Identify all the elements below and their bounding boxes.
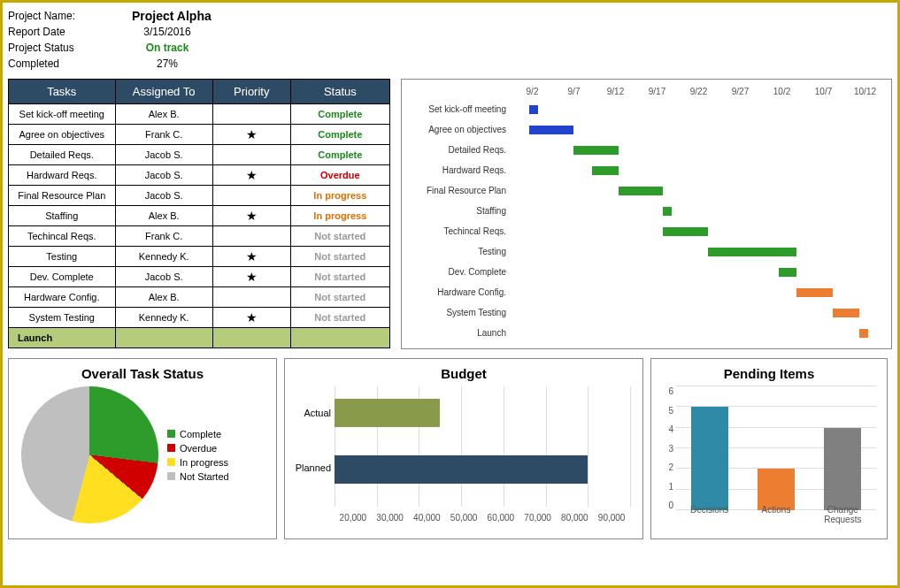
gantt-track [512,124,886,136]
task-cell: Detailed Reqs. [9,145,116,165]
gantt-x-axis: 9/29/79/129/179/229/2710/210/710/12 [512,83,886,99]
budget-plot-area: Actual Planned 20,00030,00040,00050,0006… [335,386,630,519]
pending-ytick: 0 [660,500,673,510]
pending-y-axis: 6543210 [660,386,673,510]
budget-tick: 20,000 [335,513,372,523]
completed-label: Completed [8,57,132,70]
launch-row: Launch [9,328,390,348]
gantt-tick: 9/22 [678,87,719,96]
task-cell: Hardware Config. [9,287,116,308]
gantt-track [512,286,886,299]
gantt-task-label: Set kick-off meeting [407,104,512,114]
gantt-task-label: Testing [407,247,512,256]
status-cell: Not started [290,287,389,308]
project-status: On track [132,42,203,54]
assigned-cell: Alex B. [115,206,212,226]
report-date: 3/15/2016 [132,26,203,38]
gantt-body: Set kick-off meetingAgree on objectivesD… [407,99,886,343]
task-cell: Final Resource Plan [9,186,116,206]
gantt-row: Testing [407,241,886,262]
pending-ytick: 4 [660,424,673,434]
priority-cell [212,186,290,206]
priority-cell [212,287,290,308]
tasks-table: Tasks Assigned To Priority Status Set ki… [8,79,390,348]
pending-xtick: Actions [742,505,809,524]
budget-tick: 90,000 [593,513,630,523]
pending-ytick: 5 [660,406,673,416]
gantt-row: Set kick-off meeting [407,99,886,119]
task-cell: Staffing [9,206,116,226]
legend-swatch [167,472,175,480]
legend-swatch [167,458,175,466]
pending-items-chart: Pending Items 6543210 DecisionsActionsCh… [650,358,888,539]
assigned-cell: Jacob S. [115,267,212,287]
gantt-row: Staffing [407,201,886,221]
gantt-tick: 9/17 [636,87,678,96]
table-row: Dev. CompleteJacob S.★Not started [9,267,390,287]
assigned-cell: Kennedy K. [115,308,212,328]
status-cell: Not started [290,226,389,247]
assigned-cell: Frank C. [115,125,212,145]
gantt-bar [619,187,663,195]
gantt-row: System Testing [407,302,886,323]
legend-swatch [167,430,175,438]
report-date-label: Report Date [8,26,132,38]
pie-title: Overall Task Status [12,366,273,381]
priority-cell: ★ [212,247,290,267]
gantt-bar [592,166,619,175]
gantt-task-label: Hardward Reqs. [407,165,512,175]
priority-cell: ★ [212,308,290,328]
legend-label: Not Started [180,471,229,482]
gantt-task-label: Agree on objectives [407,125,512,134]
gantt-track [512,266,886,279]
gantt-row: Detailed Reqs. [407,140,886,160]
pending-ytick: 3 [660,444,673,454]
gantt-tick: 9/12 [595,87,636,96]
gantt-track [512,307,886,319]
task-cell: Dev. Complete [9,267,116,287]
assigned-cell: Jacob S. [115,145,212,165]
table-row: System TestingKennedy K.★Not started [9,308,390,328]
status-cell: Overdue [290,165,389,186]
legend-item: Not Started [167,471,229,482]
budget-bar-planned [335,455,588,484]
priority-cell [212,104,290,125]
assigned-cell: Frank C. [115,226,212,247]
pie-legend: CompleteOverdueIn progressNot Started [167,425,229,485]
task-cell: System Testing [9,308,116,328]
col-priority: Priority [212,80,290,104]
priority-cell [212,226,290,247]
budget-tick: 40,000 [409,513,446,523]
pending-ytick: 1 [660,482,673,492]
pending-xtick: Decisions [676,505,742,524]
gantt-track [512,246,886,258]
priority-cell: ★ [212,267,290,287]
gantt-task-label: Final Resource Plan [407,186,512,195]
gantt-task-label: Staffing [407,206,512,216]
gantt-bar [859,329,868,338]
legend-label: In progress [180,457,228,468]
status-cell: Complete [290,104,389,125]
status-cell: Complete [290,145,389,165]
gantt-row: Hardward Reqs. [407,160,886,180]
gantt-track [512,103,886,116]
gantt-bar [529,126,573,134]
gantt-bar [708,248,797,256]
gantt-bar [796,288,832,297]
gantt-row: Agree on objectives [407,119,886,140]
budget-bar-actual [335,399,440,427]
gantt-tick: 9/27 [719,87,761,96]
table-row: TestingKennedy K.★Not started [9,247,390,267]
gantt-bar [779,268,796,277]
budget-title: Budget [288,366,639,381]
pending-ytick: 6 [660,386,673,396]
legend-label: Overdue [180,443,217,454]
status-cell: Complete [290,125,389,145]
status-cell: Not started [290,267,389,287]
col-tasks: Tasks [9,80,116,104]
completed-value: 27% [132,57,203,70]
col-assigned: Assigned To [115,80,212,104]
pending-xtick: Change Requests [810,505,876,524]
status-cell: In progress [290,206,389,226]
budget-label-planned: Planned [290,462,331,473]
